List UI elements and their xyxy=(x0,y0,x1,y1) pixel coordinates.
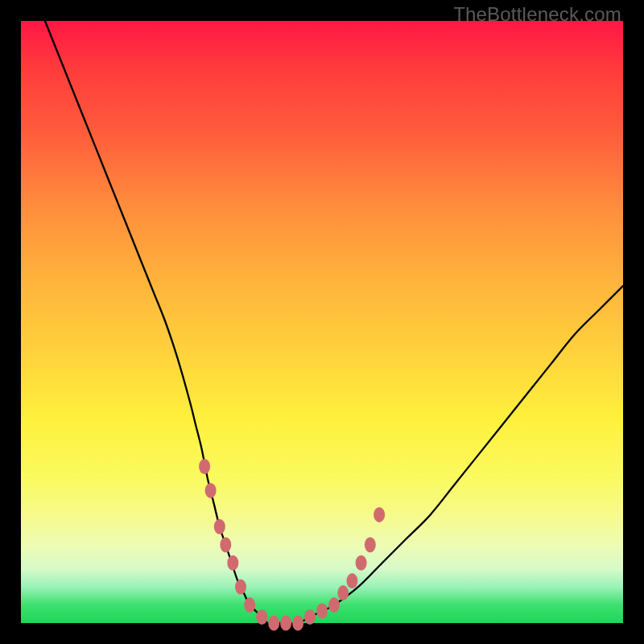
curve-marker xyxy=(365,537,376,552)
bottleneck-curve-path xyxy=(45,21,623,624)
curve-marker xyxy=(292,616,303,631)
curve-marker xyxy=(235,580,246,595)
curve-markers xyxy=(199,459,385,631)
curve-marker xyxy=(328,597,340,613)
curve-marker xyxy=(374,507,385,522)
curve-marker xyxy=(268,616,279,631)
curve-marker xyxy=(356,555,367,571)
curve-marker xyxy=(205,483,217,498)
chart-frame: TheBottleneck.com xyxy=(0,0,644,644)
curve-marker xyxy=(256,609,267,625)
curve-marker xyxy=(346,573,357,588)
curve-marker xyxy=(244,597,255,613)
plot-area xyxy=(21,21,623,623)
curve-marker xyxy=(220,537,231,552)
curve-marker xyxy=(199,459,210,474)
curve-marker xyxy=(280,616,291,631)
curve-marker xyxy=(227,555,238,571)
curve-marker xyxy=(214,519,225,535)
curve-marker xyxy=(316,604,328,619)
curve-marker xyxy=(304,609,316,625)
curve-svg xyxy=(21,21,623,623)
curve-marker xyxy=(337,585,349,601)
